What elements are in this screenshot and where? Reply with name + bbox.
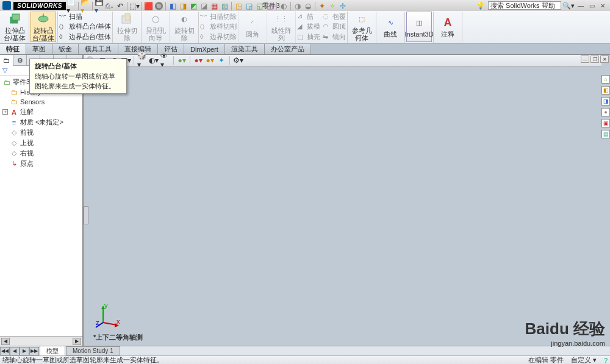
rib-button[interactable]: ⊿筋 <box>297 12 320 21</box>
curves-button[interactable]: ∿曲线 <box>378 12 403 42</box>
scroll-right-button[interactable]: ▶ <box>73 338 81 345</box>
qat-print-icon[interactable]: ⎙▾ <box>105 1 115 11</box>
bottom-next2-button[interactable]: ▶▶ <box>29 347 39 355</box>
shell-button[interactable]: ▢抽壳 <box>297 32 320 42</box>
minimize-button[interactable]: — <box>576 1 586 10</box>
mirror-button[interactable]: ⇋镜向 <box>323 32 346 42</box>
qat-item4-icon[interactable]: ◪ <box>199 1 209 11</box>
boundary-button[interactable]: ◊边界凸台/基体 <box>59 32 111 42</box>
search-input[interactable]: 搜索 SolidWorks 帮助 <box>488 1 561 10</box>
close-button[interactable]: ✕ <box>598 1 608 10</box>
fillet-button[interactable]: ◜圆角 <box>240 12 265 42</box>
qat-cube4-icon[interactable]: ◰ <box>265 1 274 11</box>
revolve-boss-button[interactable]: 旋转凸台/基体 <box>30 12 56 42</box>
qat-options-icon[interactable]: 🔘 <box>154 1 163 11</box>
tab-mold[interactable]: 模具工具 <box>79 44 118 54</box>
bottom-prev2-button[interactable]: ◀ <box>10 347 20 355</box>
cut-sweep-button[interactable]: 〰扫描切除 <box>200 12 237 21</box>
draft-button[interactable]: ◢拔模 <box>297 22 320 32</box>
tree-annotations[interactable]: +A注解 <box>1 107 81 117</box>
view-hide-icon[interactable]: 👁▾ <box>160 55 170 65</box>
qat-open-icon[interactable]: 📂▾ <box>81 1 90 11</box>
qat-select-icon[interactable]: ⬚▾ <box>129 1 139 11</box>
view-appearance-icon[interactable]: ●▾ <box>193 55 203 65</box>
qat-item6-icon[interactable]: ▨ <box>220 1 229 11</box>
tree-front-plane[interactable]: ◇前视 <box>1 127 81 138</box>
wrap-button[interactable]: ◌包覆 <box>323 12 346 21</box>
tab-dimxpert[interactable]: DimXpert <box>184 44 225 54</box>
qat-cube1-icon[interactable]: ◳ <box>234 1 243 11</box>
qat-undo-icon[interactable]: ↶ <box>115 1 125 11</box>
extrude-boss-button[interactable]: 拉伸凸台/基体 <box>2 12 27 42</box>
bottom-next-button[interactable]: ▶ <box>20 347 29 355</box>
tab-sheetmetal[interactable]: 钣金 <box>52 44 79 54</box>
refgeo-button[interactable]: ⬚参考几何体 <box>349 12 375 42</box>
tree-material[interactable]: ≡材质 <未指定> <box>1 117 81 127</box>
qat-cube2-icon[interactable]: ◲ <box>244 1 254 11</box>
doc-restore-button[interactable]: ❐ <box>590 55 599 63</box>
tab-sketch[interactable]: 草图 <box>26 44 52 54</box>
qat-item1-icon[interactable]: ◧ <box>168 1 178 11</box>
view-lights-icon[interactable]: ✦ <box>217 55 226 65</box>
cut-revolve-button[interactable]: ◐ 旋转切除 <box>171 12 197 42</box>
tree-sensors[interactable]: 🗀Sensors <box>1 97 81 107</box>
view-scene-icon[interactable]: ●▾ <box>177 55 187 65</box>
bottom-tab-model[interactable]: 模型 <box>40 346 65 357</box>
qat-shade3-icon[interactable]: ◒ <box>303 1 313 11</box>
restore-button[interactable]: ▭ <box>587 1 597 10</box>
pattern-button[interactable]: ⋮⋮线性阵列 <box>268 12 294 42</box>
side-tab-tree[interactable]: 🗀 <box>0 55 13 66</box>
tab-render[interactable]: 渲染工具 <box>225 44 265 54</box>
status-custom[interactable]: 自定义 ▾ <box>571 355 597 364</box>
qat-shade2-icon[interactable]: ◑ <box>293 1 303 11</box>
cut-extrude-button[interactable]: 拉伸切除 <box>114 12 140 42</box>
tree-right-plane[interactable]: ◇右视 <box>1 148 81 159</box>
dome-button[interactable]: ◠圆顶 <box>323 22 346 32</box>
qat-item2-icon[interactable]: ◨ <box>178 1 188 11</box>
taskpane-more-icon[interactable]: ▤ <box>601 130 610 138</box>
qat-shade1-icon[interactable]: ◐ <box>279 1 289 11</box>
qat-item3-icon[interactable]: ◩ <box>188 1 198 11</box>
doc-min-button[interactable]: — <box>581 55 589 63</box>
cut-loft-button[interactable]: ⬯放样切割 <box>200 22 237 32</box>
taskpane-appearance-icon[interactable]: ● <box>601 108 610 116</box>
qat-misc2-icon[interactable]: ✧ <box>328 1 337 11</box>
hole-wizard-button[interactable]: ◯ 异型孔向导 <box>143 12 168 42</box>
view-settings-icon[interactable]: ⚙▾ <box>233 55 243 65</box>
instant3d-button[interactable]: ◫Instant3D <box>406 12 432 42</box>
splitter-handle[interactable] <box>84 206 88 224</box>
tab-office[interactable]: 办公室产品 <box>265 44 311 54</box>
bottom-tab-motion[interactable]: Motion Study 1 <box>66 346 120 355</box>
tab-features[interactable]: 特征 <box>0 44 26 54</box>
view-decal-icon[interactable]: ●▾ <box>205 55 215 65</box>
taskpane-view-icon[interactable]: ◨ <box>601 97 610 105</box>
tree-origin[interactable]: ↳原点 <box>1 159 81 169</box>
ds-logo-icon <box>2 1 11 10</box>
annotate-button[interactable]: A注释 <box>435 12 461 42</box>
qat-item5-icon[interactable]: ▦ <box>209 1 219 11</box>
loft-button[interactable]: ⬯放样凸台/基体 <box>59 22 111 32</box>
taskpane-custom-icon[interactable]: ▣ <box>601 119 610 127</box>
help-bulb-icon[interactable]: 💡 <box>476 2 485 10</box>
status-help-icon[interactable]: ? <box>604 357 608 364</box>
tree-top-plane[interactable]: ◇上视 <box>1 138 81 148</box>
qat-rebuild-icon[interactable]: 🟥 <box>143 1 153 11</box>
title-bar: SOLIDWORKS 📄▾ 📂▾ 💾▾ ⎙▾ ↶ ⬚▾ 🟥 🔘 ◧ ◨ ◩ ◪ … <box>0 0 610 11</box>
qat-misc3-icon[interactable]: ✢ <box>338 1 348 11</box>
graphics-viewport[interactable]: y x z *上下二等角轴测 <box>84 66 601 346</box>
bottom-prev-button[interactable]: ◀◀ <box>0 347 10 355</box>
view-display-icon[interactable]: ◐▾ <box>149 55 159 65</box>
scroll-left-button[interactable]: ◀ <box>1 338 10 345</box>
qat-misc1-icon[interactable]: ✦ <box>317 1 327 11</box>
qat-save-icon[interactable]: 💾▾ <box>95 1 104 11</box>
tree-scrollbar[interactable]: ◀ ▶ <box>0 336 82 346</box>
qat-new-icon[interactable]: 📄▾ <box>66 1 76 11</box>
taskpane-home-icon[interactable]: ⌂ <box>601 75 610 84</box>
taskpane-design-icon[interactable]: ◧ <box>601 86 610 95</box>
search-go-icon[interactable]: 🔍▾ <box>562 2 575 10</box>
side-tab-property[interactable]: ⚙ <box>13 55 27 66</box>
cut-boundary-button[interactable]: ◊边界切除 <box>200 32 237 42</box>
view-orient-icon[interactable]: 🎲▾ <box>137 55 147 65</box>
qat-cube3-icon[interactable]: ◱ <box>254 1 264 11</box>
doc-close-button[interactable]: ✕ <box>600 55 609 63</box>
